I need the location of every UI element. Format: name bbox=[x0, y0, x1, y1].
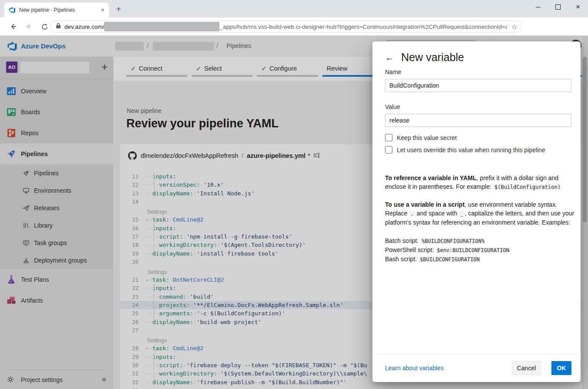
script-example-line: PowerShell script: $env:BUILDCONFIGURATI… bbox=[385, 246, 576, 255]
text: Batch script: bbox=[385, 237, 420, 244]
sidebar-item-releases[interactable]: Releases bbox=[0, 199, 113, 217]
page-kicker: New pipeline bbox=[127, 107, 162, 114]
keep-secret-checkbox[interactable] bbox=[385, 134, 392, 141]
add-project-icon[interactable]: + bbox=[98, 60, 112, 74]
line-number: 13 bbox=[120, 189, 145, 198]
azure-devops-brand[interactable]: Azure DevOps bbox=[21, 42, 66, 50]
github-icon bbox=[128, 151, 137, 160]
sidebar-divider bbox=[0, 79, 113, 80]
sidebar-item-repos[interactable]: Repos bbox=[0, 123, 113, 143]
sidebar-item-environments[interactable]: Environments bbox=[0, 182, 113, 199]
sidebar-item-deployment-groups[interactable]: Deployment groups bbox=[0, 252, 113, 269]
line-number: 18 bbox=[120, 241, 145, 249]
library-icon bbox=[23, 222, 30, 229]
yaml-file-name[interactable]: azure-pipelines.yml bbox=[247, 152, 306, 159]
let-users-override-checkbox[interactable] bbox=[385, 146, 392, 154]
wizard-step-label: Select bbox=[204, 65, 222, 72]
browser-tab[interactable]: New pipeline - Pipelines × bbox=[4, 3, 109, 17]
sidebar-item-label: Task groups bbox=[34, 239, 67, 246]
sidebar-item-label: Test Plans bbox=[21, 276, 49, 283]
learn-about-variables-link[interactable]: Learn about variables bbox=[385, 365, 444, 372]
line-number: 19 bbox=[120, 249, 145, 258]
sidebar-nav-section-lower: Test PlansArtifacts Project settings « bbox=[0, 269, 113, 389]
value-input[interactable] bbox=[385, 114, 571, 127]
settings-link[interactable]: Settings bbox=[147, 209, 167, 215]
sidebar-item-library[interactable]: Library bbox=[0, 217, 113, 234]
let-users-override-label[interactable]: Let users override this value when runni… bbox=[397, 147, 545, 154]
releases-icon bbox=[23, 205, 30, 212]
project-settings-link[interactable]: Project settings bbox=[21, 376, 63, 383]
indent-guide bbox=[154, 361, 154, 369]
window-minimize-button[interactable] bbox=[528, 0, 548, 14]
forward-icon[interactable] bbox=[23, 20, 35, 33]
settings-link[interactable]: Settings bbox=[147, 269, 167, 275]
indent-guide bbox=[154, 249, 154, 258]
project-name-redacted[interactable] bbox=[20, 61, 89, 73]
sidebar-item-label: Repos bbox=[21, 130, 38, 136]
sidebar-item-label: Environments bbox=[34, 187, 71, 194]
wizard-step-connect[interactable]: ✓Connect bbox=[131, 65, 162, 72]
azure-devops-logo-icon[interactable] bbox=[7, 41, 17, 51]
keep-secret-label[interactable]: Keep this value secret bbox=[397, 134, 457, 141]
reload-icon[interactable] bbox=[38, 20, 51, 33]
boards-icon bbox=[6, 107, 17, 117]
panel-back-icon[interactable]: ← bbox=[385, 53, 394, 62]
window-maximize-button[interactable] bbox=[548, 0, 568, 14]
wizard-step-select[interactable]: ✓Select bbox=[196, 65, 222, 72]
sidebar-item-task-groups[interactable]: Task groups bbox=[0, 234, 113, 252]
sidebar-item-test-plans[interactable]: Test Plans bbox=[0, 269, 113, 290]
url-redacted-segment bbox=[104, 22, 220, 31]
browser-titlebar: New pipeline - Pipelines × + × bbox=[0, 0, 588, 17]
line-number: 15 bbox=[120, 215, 145, 224]
breadcrumb-current[interactable]: Pipelines bbox=[226, 42, 251, 49]
lock-icon bbox=[56, 23, 61, 31]
inline-code: %BUILDCONFIGURATION% bbox=[420, 238, 486, 244]
azure-devops-favicon bbox=[9, 7, 16, 14]
line-number: 24 bbox=[120, 301, 145, 309]
bookmark-star-icon[interactable]: ☆ bbox=[511, 23, 517, 31]
code-line[interactable]: 33 bbox=[120, 386, 588, 389]
indent-guide bbox=[154, 189, 154, 198]
line-number: 12 bbox=[120, 181, 145, 189]
scrollbar-thumb[interactable] bbox=[583, 57, 587, 222]
tab-title: New pipeline - Pipelines bbox=[19, 7, 98, 13]
sidebar-item-overview[interactable]: Overview bbox=[0, 81, 113, 102]
wizard-step-underline bbox=[192, 75, 253, 77]
sidebar-item-pipelines[interactable]: Pipelines bbox=[0, 164, 113, 182]
test-plans-icon bbox=[6, 274, 17, 285]
overview-icon bbox=[6, 86, 17, 96]
collapse-sidebar-icon[interactable]: « bbox=[101, 374, 106, 384]
new-tab-button[interactable]: + bbox=[112, 3, 125, 16]
sidebar-item-label: Pipelines bbox=[21, 150, 47, 157]
org-avatar[interactable]: AO bbox=[6, 61, 17, 73]
page-scrollbar[interactable] bbox=[582, 36, 588, 389]
settings-link[interactable]: Settings bbox=[147, 338, 167, 344]
rename-file-icon[interactable] bbox=[314, 152, 321, 159]
wizard-step-configure[interactable]: ✓Configure bbox=[261, 65, 297, 72]
ok-button[interactable]: OK bbox=[551, 361, 571, 375]
code-text bbox=[145, 386, 588, 389]
address-bar[interactable]: dev.azure.com/ _apps/hub/ms.vss-build-we… bbox=[50, 20, 522, 33]
inline-code: $(BuildConfiguration) bbox=[493, 184, 562, 190]
sidebar-item-pipelines[interactable]: Pipelines bbox=[0, 143, 113, 164]
sidebar-item-label: Artifacts bbox=[21, 297, 43, 304]
sidebar-item-boards[interactable]: Boards bbox=[0, 102, 113, 123]
check-icon: ✓ bbox=[196, 65, 201, 72]
breadcrumb-org-redacted[interactable] bbox=[115, 42, 144, 51]
repo-name[interactable]: dlmelendez/docFxWebAppRefresh bbox=[141, 152, 238, 159]
line-number: 11 bbox=[120, 172, 145, 181]
wizard-step-review[interactable]: Review bbox=[327, 65, 348, 72]
sidebar-item-label: Library bbox=[34, 222, 53, 229]
tab-close-icon[interactable]: × bbox=[101, 7, 105, 14]
name-input[interactable] bbox=[385, 79, 571, 92]
sidebar-item-label: Boards bbox=[21, 109, 40, 116]
breadcrumb-project-redacted[interactable] bbox=[153, 42, 214, 51]
line-number: 25 bbox=[120, 309, 145, 317]
window-close-button[interactable]: × bbox=[568, 0, 588, 14]
panel-footer: Learn about variables Cancel OK bbox=[372, 354, 581, 382]
back-icon[interactable] bbox=[7, 20, 19, 33]
inline-code: . bbox=[409, 211, 415, 217]
sidebar-item-artifacts[interactable]: Artifacts bbox=[0, 290, 113, 311]
cancel-button[interactable]: Cancel bbox=[512, 361, 541, 375]
sidebar-org-row: AO + bbox=[0, 60, 113, 78]
